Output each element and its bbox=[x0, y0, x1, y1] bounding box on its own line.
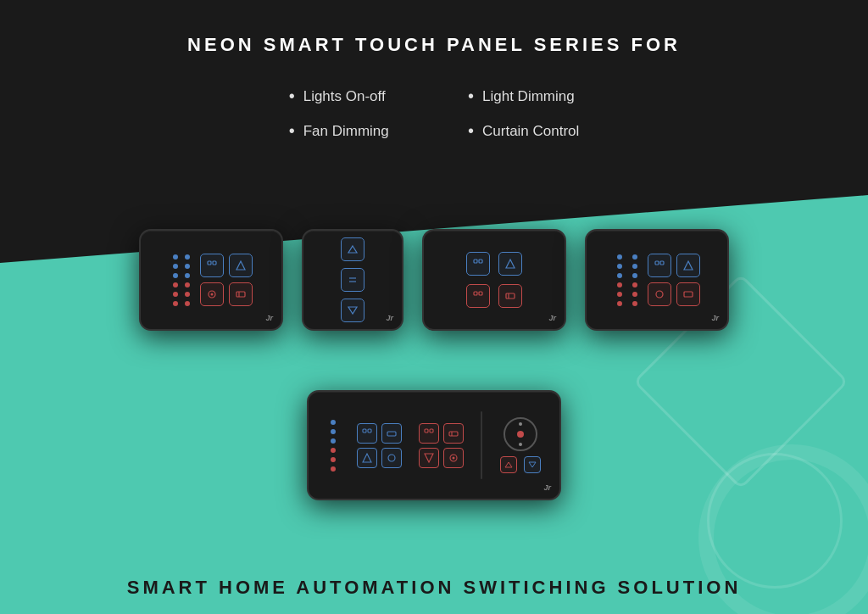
icon-grid-p1 bbox=[200, 254, 253, 306]
svg-marker-10 bbox=[348, 307, 357, 314]
dot-p4-r3 bbox=[617, 301, 622, 306]
feature-dimming: • Light Dimming bbox=[468, 87, 579, 106]
panel-5: Jr bbox=[307, 390, 561, 500]
dot-p4-b1 bbox=[617, 254, 622, 260]
icon-p2-mid bbox=[341, 268, 364, 292]
icon-p4-4 bbox=[676, 282, 700, 306]
dot-b3 bbox=[185, 273, 190, 278]
dots-col-2 bbox=[181, 251, 193, 310]
bullet-dimming: • bbox=[468, 87, 474, 106]
bullet-fan: • bbox=[289, 121, 295, 141]
wide-bottom-icon-2 bbox=[524, 456, 541, 473]
wd-b1 bbox=[331, 420, 336, 425]
svg-rect-1 bbox=[208, 261, 211, 265]
feature-lights: • Lights On-off bbox=[289, 87, 400, 106]
dot-p4-r5 bbox=[632, 292, 637, 297]
dots-col-p4a bbox=[614, 251, 626, 310]
wide-bottom-icons bbox=[500, 456, 541, 473]
svg-rect-23 bbox=[387, 432, 396, 436]
wide-icon-3 bbox=[357, 448, 377, 468]
svg-rect-15 bbox=[506, 293, 515, 299]
feature-label-dimming: Light Dimming bbox=[482, 88, 575, 105]
wide-icon-7 bbox=[419, 448, 439, 468]
svg-rect-20 bbox=[684, 292, 693, 297]
panel-3-logo: Jr bbox=[548, 314, 556, 322]
wd-r1 bbox=[331, 448, 336, 453]
svg-rect-25 bbox=[425, 429, 428, 433]
svg-point-24 bbox=[388, 455, 395, 461]
wide-circular bbox=[500, 417, 541, 473]
wide-divider bbox=[481, 411, 482, 479]
feature-label-curtain: Curtain Control bbox=[482, 123, 579, 140]
icon-grid-p4 bbox=[648, 254, 700, 306]
svg-rect-17 bbox=[655, 261, 659, 265]
wide-dots-a bbox=[327, 416, 339, 475]
dot-red-2 bbox=[173, 292, 178, 297]
dot-r1 bbox=[185, 282, 190, 287]
wide-icon-1 bbox=[357, 423, 377, 444]
panel-3-grid bbox=[466, 252, 522, 308]
svg-rect-2 bbox=[213, 261, 216, 265]
dot-p4-r2 bbox=[617, 292, 622, 297]
icon-p3-3 bbox=[466, 284, 490, 308]
icon-p1-1 bbox=[200, 254, 224, 277]
dot-p4-b2 bbox=[617, 264, 622, 269]
dot-p4-b4 bbox=[632, 254, 637, 260]
icon-p1-3 bbox=[200, 282, 224, 306]
icon-p3-1 bbox=[466, 252, 490, 276]
panel-2: Jr bbox=[302, 229, 403, 331]
icon-p4-3 bbox=[648, 282, 671, 306]
footer-title: SMART HOME AUTOMATION SWITICHING SOLUTIO… bbox=[0, 577, 868, 599]
wd-b3 bbox=[331, 438, 336, 444]
panel-5-container: Jr bbox=[307, 390, 561, 500]
svg-marker-32 bbox=[529, 462, 536, 467]
icon-p4-1 bbox=[648, 254, 671, 277]
svg-point-4 bbox=[211, 293, 214, 296]
icon-p3-2 bbox=[498, 252, 522, 276]
svg-rect-22 bbox=[368, 429, 371, 433]
panel-1-logo: Jr bbox=[265, 314, 273, 322]
wd-b2 bbox=[331, 429, 336, 434]
wd-r2 bbox=[331, 457, 336, 462]
panel-3-content bbox=[424, 231, 565, 329]
dot-b2 bbox=[185, 264, 190, 269]
icon-p3-4 bbox=[498, 284, 522, 308]
page-wrapper: NEON SMART TOUCH PANEL SERIES FOR • Ligh… bbox=[0, 0, 868, 614]
dot-r3 bbox=[185, 301, 190, 306]
panel-2-icons bbox=[341, 237, 364, 322]
page-title: NEON SMART TOUCH PANEL SERIES FOR bbox=[187, 34, 681, 56]
dots-col-p4b bbox=[629, 251, 641, 310]
icon-p2-down bbox=[341, 299, 364, 322]
wide-icon-8 bbox=[443, 448, 464, 468]
icon-p1-4 bbox=[229, 282, 253, 306]
dots-col-1 bbox=[170, 251, 181, 310]
svg-rect-13 bbox=[474, 292, 477, 295]
dot-red-3 bbox=[173, 301, 178, 306]
wide-icon-2 bbox=[381, 423, 402, 444]
dot-red-1 bbox=[173, 282, 178, 287]
wide-bottom-icon-1 bbox=[500, 456, 517, 473]
feature-curtain: • Curtain Control bbox=[468, 121, 579, 141]
svg-rect-11 bbox=[474, 260, 477, 263]
dot-p4-b5 bbox=[632, 264, 637, 269]
dot-blue-2 bbox=[173, 264, 178, 269]
feature-label-lights: Lights On-off bbox=[303, 88, 386, 105]
wide-icon-6 bbox=[443, 423, 464, 444]
center-dot-red bbox=[517, 431, 524, 438]
wide-icons-2 bbox=[419, 423, 464, 468]
panel-3: Jr bbox=[422, 229, 566, 331]
dot-blue-3 bbox=[173, 273, 178, 278]
wide-icon-4 bbox=[381, 448, 402, 468]
panel-5-inner bbox=[309, 392, 559, 499]
top-section: NEON SMART TOUCH PANEL SERIES FOR • Ligh… bbox=[0, 0, 868, 263]
svg-rect-18 bbox=[660, 261, 664, 265]
icon-p2-up bbox=[341, 237, 364, 261]
feature-fan: • Fan Dimming bbox=[289, 121, 400, 141]
svg-rect-21 bbox=[363, 429, 366, 433]
panel-4-content bbox=[587, 231, 727, 329]
panel-1: Jr bbox=[139, 229, 283, 331]
bullet-curtain: • bbox=[468, 121, 474, 141]
panels-row: Jr Jr bbox=[0, 229, 868, 331]
svg-marker-7 bbox=[348, 246, 357, 253]
wide-dots bbox=[327, 416, 339, 475]
